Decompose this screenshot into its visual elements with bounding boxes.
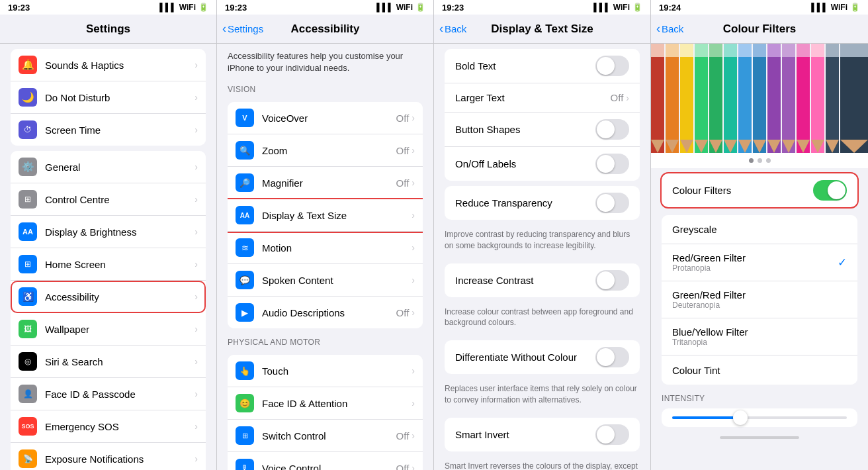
acc-item-switch[interactable]: ⊞ Switch Control Off › [228, 420, 423, 452]
settings-item-display[interactable]: AA Display & Brightness › [11, 216, 206, 248]
display-back-button[interactable]: ‹ Back [439, 22, 466, 36]
colour-filters-nav-bar: ‹ Back Colour Filters [651, 15, 868, 44]
diff-colour-toggle[interactable] [595, 347, 629, 367]
svg-rect-25 [767, 44, 781, 57]
filter-greyscale[interactable]: Greyscale [662, 215, 857, 244]
colour-filters-toggle-item[interactable]: Colour Filters [662, 173, 857, 207]
acc-item-zoom[interactable]: 🔍 Zoom Off › [228, 134, 423, 167]
spoken-chevron: › [412, 275, 415, 285]
intensity-slider-thumb[interactable] [733, 410, 748, 425]
colour-filters-toggle[interactable] [813, 180, 847, 201]
settings-item-wallpaper[interactable]: 🖼 Wallpaper › [11, 313, 206, 346]
svg-rect-3 [666, 44, 679, 153]
dot-2 [758, 158, 762, 163]
status-icons-3: ▌▌▌ WiFi 🔋 [593, 3, 642, 12]
display-item-button-shapes[interactable]: Button Shapes [445, 113, 640, 147]
voiceover-value: Off [396, 113, 410, 124]
acc-item-voice[interactable]: 🎙 Voice Control Off › [228, 452, 423, 470]
status-bar-2: 19:23 ▌▌▌ WiFi 🔋 [217, 0, 433, 15]
filter-blue-yellow[interactable]: Blue/Yellow Filter Tritanopia [662, 318, 857, 355]
settings-nav-bar: Settings [0, 15, 216, 44]
acc-item-faceid-attention[interactable]: 😊 Face ID & Attention › [228, 387, 423, 420]
green-red-label: Green/Red Filter [672, 289, 847, 301]
accessibility-nav-bar: ‹ Settings Accessibility [217, 15, 433, 44]
audio-icon: ▶ [236, 303, 254, 322]
svg-rect-10 [695, 44, 708, 57]
vision-section-header: VISION [217, 81, 433, 97]
display-item-bold[interactable]: Bold Text [445, 49, 640, 83]
filter-red-green[interactable]: Red/Green Filter Protanopia ✓ [662, 244, 857, 281]
settings-item-accessibility[interactable]: ♿ Accessibility › [11, 281, 206, 313]
display-group-3: Increase Contrast [445, 263, 640, 297]
faceid-attention-icon: 😊 [236, 394, 254, 412]
filter-colour-tint[interactable]: Colour Tint [662, 355, 857, 385]
svg-rect-0 [651, 44, 664, 153]
sounds-label: Sounds & Haptics [45, 60, 195, 71]
display-item-smart-invert[interactable]: Smart Invert [445, 418, 640, 451]
display-textsize-icon: AA [236, 206, 254, 224]
siri-icon: ◎ [19, 352, 37, 371]
back-label-3: Back [445, 23, 466, 34]
settings-item-exposure[interactable]: 📡 Exposure Notifications › [11, 443, 206, 470]
accessibility-chevron: › [195, 291, 198, 302]
svg-rect-1 [651, 44, 664, 57]
motion-label: Motion [262, 242, 412, 254]
dot-1 [749, 158, 754, 163]
red-green-checkmark: ✓ [838, 256, 847, 269]
display-item-onoff[interactable]: On/Off Labels [445, 147, 640, 181]
general-icon: ⚙️ [19, 158, 37, 176]
colour-filters-scroll[interactable]: Colour Filters Greyscale Red/Green Filte… [651, 44, 868, 470]
settings-item-control[interactable]: ⊞ Control Centre › [11, 183, 206, 216]
settings-scroll[interactable]: 🔔 Sounds & Haptics › 🌙 Do Not Disturb › … [0, 44, 216, 470]
settings-item-sos[interactable]: SOS Emergency SOS › [11, 410, 206, 443]
settings-item-siri[interactable]: ◎ Siri & Search › [11, 346, 206, 378]
reduce-trans-toggle[interactable] [595, 193, 629, 213]
spoken-icon: 💬 [236, 271, 254, 289]
increase-contrast-desc: Increase colour contrast between app for… [434, 303, 650, 336]
display-scroll[interactable]: Bold Text Larger Text Off › Button Shape… [434, 44, 650, 470]
settings-item-dnd[interactable]: 🌙 Do Not Disturb › [11, 81, 206, 114]
faceid-icon: 👤 [19, 385, 37, 403]
settings-item-sounds[interactable]: 🔔 Sounds & Haptics › [11, 49, 206, 81]
display-item-reduce-trans[interactable]: Reduce Transparency [445, 186, 640, 220]
siri-label: Siri & Search [45, 356, 195, 367]
back-chevron-2: ‹ [222, 22, 226, 36]
greyscale-label: Greyscale [672, 224, 847, 235]
accessibility-back-button[interactable]: ‹ Settings [222, 22, 263, 36]
acc-item-voiceover[interactable]: V VoiceOver Off › [228, 102, 423, 134]
display-item-larger[interactable]: Larger Text Off › [445, 83, 640, 113]
acc-item-touch[interactable]: 👆 Touch › [228, 355, 423, 387]
increase-contrast-toggle[interactable] [595, 270, 629, 291]
display-textsize-label: Display & Text Size [262, 210, 412, 221]
settings-item-faceid[interactable]: 👤 Face ID & Passcode › [11, 378, 206, 410]
acc-item-display-textsize[interactable]: AA Display & Text Size › [228, 199, 423, 232]
display-textsize-panel: 19:23 ▌▌▌ WiFi 🔋 ‹ Back Display & Text S… [434, 0, 651, 470]
settings-item-general[interactable]: ⚙️ General › [11, 151, 206, 183]
exposure-label: Exposure Notifications [45, 453, 195, 465]
colour-filters-back-button[interactable]: ‹ Back [656, 22, 683, 36]
acc-item-audio[interactable]: ▶ Audio Descriptions Off › [228, 297, 423, 328]
onoff-labels-label: On/Off Labels [455, 158, 595, 169]
faceid-attention-chevron: › [412, 398, 415, 408]
onoff-labels-toggle[interactable] [595, 154, 629, 174]
general-chevron: › [195, 162, 198, 172]
bold-text-toggle[interactable] [595, 56, 629, 76]
acc-item-spoken[interactable]: 💬 Spoken Content › [228, 264, 423, 297]
filter-green-red[interactable]: Green/Red Filter Deuteranopia [662, 281, 857, 318]
svg-rect-34 [811, 44, 824, 57]
accessibility-scroll[interactable]: Accessibility features help you customis… [217, 44, 433, 470]
button-shapes-label: Button Shapes [455, 124, 595, 135]
acc-item-magnifier[interactable]: 🔎 Magnifier Off › [228, 167, 423, 199]
settings-item-homescreen[interactable]: ⊞ Home Screen › [11, 248, 206, 281]
intensity-slider-container [662, 408, 857, 427]
display-item-increase-contrast[interactable]: Increase Contrast [445, 263, 640, 297]
svg-rect-40 [840, 44, 868, 57]
signal-icon-2: ▌▌▌ [376, 3, 394, 12]
button-shapes-toggle[interactable] [595, 119, 629, 140]
settings-item-screentime[interactable]: ⏱ Screen Time › [11, 114, 206, 146]
acc-item-motion[interactable]: ≋ Motion › [228, 232, 423, 264]
voice-icon: 🎙 [236, 459, 254, 470]
control-icon: ⊞ [19, 190, 37, 209]
display-item-diff-colour[interactable]: Differentiate Without Colour [445, 340, 640, 374]
smart-invert-toggle[interactable] [595, 424, 629, 445]
